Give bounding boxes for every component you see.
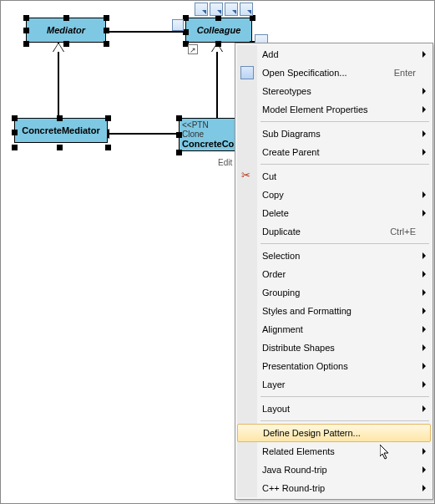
menu-layer[interactable]: Layer bbox=[237, 375, 431, 394]
chevron-right-icon bbox=[422, 191, 426, 198]
menu-separator bbox=[260, 164, 429, 165]
menu-separator bbox=[260, 243, 429, 244]
class-concrete-colleague-stereo: <<PTN Clone bbox=[182, 120, 232, 139]
chevron-right-icon bbox=[422, 130, 426, 137]
resource-icon[interactable] bbox=[195, 3, 208, 16]
menu-add[interactable]: Add bbox=[237, 45, 431, 64]
class-concrete-colleague[interactable]: <<PTN Clone ConcreteCo bbox=[179, 118, 235, 151]
menu-define-design-pattern[interactable]: Define Design Pattern... bbox=[237, 424, 431, 442]
menu-separator bbox=[260, 420, 429, 421]
menu-alignment[interactable]: Alignment bbox=[237, 320, 431, 339]
chevron-right-icon bbox=[422, 381, 426, 388]
association-line-bottom bbox=[108, 133, 178, 135]
menu-cut[interactable]: Cut bbox=[237, 167, 431, 186]
menu-stereotypes[interactable]: Stereotypes bbox=[237, 82, 431, 100]
resource-icon[interactable] bbox=[240, 3, 253, 16]
class-concrete-mediator[interactable]: ConcreteMediator bbox=[14, 118, 108, 143]
generalization-line-left bbox=[58, 43, 59, 118]
class-colleague[interactable]: Colleague bbox=[185, 18, 252, 43]
chevron-right-icon bbox=[422, 271, 426, 277]
chevron-right-icon bbox=[422, 88, 426, 94]
class-mediator[interactable]: Mediator bbox=[26, 18, 106, 43]
menu-cpp-round-trip[interactable]: C++ Round-trip bbox=[237, 479, 431, 497]
resource-icon-cube[interactable] bbox=[172, 19, 184, 31]
menu-styles-formatting[interactable]: Styles and Formatting bbox=[237, 302, 431, 320]
menu-open-specification[interactable]: Open Specification... Enter bbox=[237, 64, 431, 82]
class-colleague-label: Colleague bbox=[188, 25, 250, 35]
menu-sub-diagrams[interactable]: Sub Diagrams bbox=[237, 125, 431, 143]
scissors-icon bbox=[240, 170, 254, 183]
class-concrete-mediator-label: ConcreteMediator bbox=[17, 125, 105, 135]
chevron-right-icon bbox=[422, 289, 426, 296]
resource-icon[interactable] bbox=[225, 3, 238, 16]
edit-label: Edit bbox=[218, 158, 232, 167]
menu-delete[interactable]: Delete bbox=[237, 204, 431, 222]
menu-selection[interactable]: Selection bbox=[237, 247, 431, 265]
menu-separator bbox=[260, 121, 429, 122]
chevron-right-icon bbox=[422, 448, 426, 455]
chevron-right-icon bbox=[422, 149, 426, 155]
association-line bbox=[105, 31, 185, 33]
chevron-right-icon bbox=[422, 210, 426, 216]
resource-icon[interactable] bbox=[210, 3, 223, 16]
chevron-right-icon bbox=[422, 326, 426, 333]
spec-icon bbox=[240, 66, 254, 79]
generalization-line-right bbox=[216, 43, 218, 118]
menu-presentation-options[interactable]: Presentation Options bbox=[237, 357, 431, 375]
menu-model-element-properties[interactable]: Model Element Properties bbox=[237, 100, 431, 119]
menu-create-parent[interactable]: Create Parent bbox=[237, 143, 431, 161]
resource-icons-top[interactable] bbox=[195, 3, 253, 16]
chevron-right-icon bbox=[422, 344, 426, 351]
menu-duplicate[interactable]: Duplicate Ctrl+E bbox=[237, 222, 431, 241]
chevron-right-icon bbox=[422, 405, 426, 412]
chevron-right-icon bbox=[422, 51, 426, 58]
menu-grouping[interactable]: Grouping bbox=[237, 283, 431, 302]
chevron-right-icon bbox=[422, 106, 426, 113]
chevron-right-icon bbox=[422, 363, 426, 369]
chevron-right-icon bbox=[422, 485, 426, 491]
menu-separator bbox=[260, 396, 429, 397]
class-concrete-colleague-label: ConcreteCo bbox=[182, 139, 232, 149]
context-menu[interactable]: Add Open Specification... Enter Stereoty… bbox=[235, 43, 433, 500]
chevron-right-icon bbox=[422, 308, 426, 314]
menu-distribute-shapes[interactable]: Distribute Shapes bbox=[237, 339, 431, 357]
menu-order[interactable]: Order bbox=[237, 265, 431, 283]
menu-copy[interactable]: Copy bbox=[237, 186, 431, 204]
menu-layout[interactable]: Layout bbox=[237, 400, 431, 418]
diagram-canvas[interactable]: Mediator Colleague ↗ ConcreteMediator <<… bbox=[1, 1, 434, 503]
menu-java-round-trip[interactable]: Java Round-trip bbox=[237, 461, 431, 479]
class-mediator-label: Mediator bbox=[28, 25, 104, 35]
menu-related-elements[interactable]: Related Elements bbox=[237, 442, 431, 461]
chevron-right-icon bbox=[422, 466, 426, 473]
link-indicator-icon: ↗ bbox=[188, 44, 198, 54]
chevron-right-icon bbox=[422, 252, 426, 259]
